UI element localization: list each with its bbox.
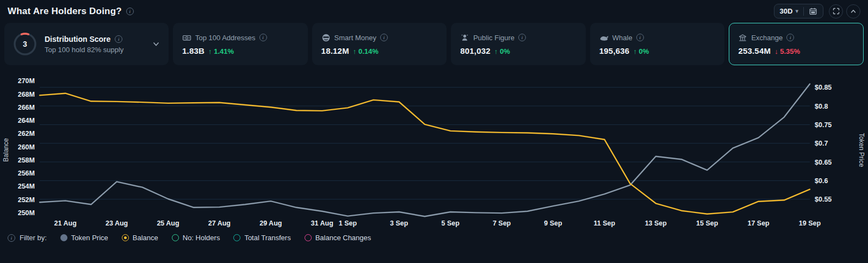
- card-value: 801,032: [460, 46, 491, 55]
- card-value: 1.83B: [182, 46, 204, 55]
- card-whale[interactable]: Whale i 195,636 ↑ 0%: [590, 23, 725, 65]
- card-label: Whale: [612, 34, 633, 42]
- svg-text:270M: 270M: [18, 77, 35, 85]
- card-distribution-score[interactable]: 3 Distribution Score i Top 100 hold 82% …: [4, 23, 169, 65]
- svg-text:264M: 264M: [18, 117, 35, 124]
- card-label: Public Figure: [473, 34, 514, 42]
- divider: [803, 7, 804, 16]
- svg-text:250M: 250M: [18, 209, 35, 217]
- caret-down-icon: ▾: [795, 8, 798, 15]
- token-price-marker: [60, 234, 67, 241]
- calendar-button[interactable]: [809, 7, 817, 16]
- svg-text:Balance: Balance: [2, 138, 10, 162]
- total-transfers-marker: [233, 234, 240, 241]
- svg-text:262M: 262M: [18, 130, 35, 137]
- svg-text:31 Aug: 31 Aug: [311, 220, 333, 227]
- card-change: ↓ 5.35%: [774, 47, 800, 55]
- collapse-button[interactable]: [846, 4, 860, 18]
- info-icon[interactable]: i: [636, 34, 644, 41]
- svg-text:$0.7: $0.7: [815, 140, 828, 147]
- svg-text:1 Sep: 1 Sep: [339, 220, 357, 227]
- svg-text:15 Sep: 15 Sep: [696, 220, 718, 227]
- no-holders-marker: [172, 234, 179, 241]
- svg-text:258M: 258M: [18, 156, 35, 164]
- svg-text:268M: 268M: [18, 91, 35, 98]
- info-icon[interactable]: i: [518, 34, 526, 41]
- svg-text:Token Price: Token Price: [858, 133, 865, 167]
- fullscreen-icon: [832, 7, 840, 15]
- public-figure-icon: [460, 33, 469, 42]
- legend-info-icon[interactable]: i: [8, 234, 15, 242]
- info-icon[interactable]: i: [115, 35, 122, 43]
- card-label: Smart Money: [334, 34, 376, 42]
- svg-text:11 Sep: 11 Sep: [594, 220, 616, 227]
- legend-prefix: Filter by:: [20, 234, 47, 242]
- svg-text:21 Aug: 21 Aug: [54, 220, 77, 227]
- fullscreen-button[interactable]: [829, 4, 843, 18]
- card-change: ↑ 0.14%: [353, 47, 379, 55]
- svg-text:29 Aug: 29 Aug: [259, 220, 282, 227]
- svg-text:9 Sep: 9 Sep: [544, 220, 562, 227]
- title-info-icon[interactable]: i: [126, 8, 134, 15]
- stat-cards-row: 3 Distribution Score i Top 100 hold 82% …: [0, 23, 868, 65]
- filter-balance-changes[interactable]: Balance Changes: [305, 234, 371, 242]
- svg-text:7 Sep: 7 Sep: [493, 220, 511, 227]
- whale-icon: [599, 33, 609, 42]
- holders-chart[interactable]: 270M268M266M264M262M260M258M256M254M252M…: [0, 68, 868, 231]
- smart-money-icon: [321, 33, 331, 42]
- card-change: ↑ 0%: [494, 47, 510, 55]
- info-icon[interactable]: i: [380, 34, 388, 41]
- chevron-up-icon: [850, 8, 857, 15]
- svg-text:260M: 260M: [18, 143, 35, 151]
- filter-no-holders[interactable]: No: Holders: [172, 234, 220, 242]
- range-label: 30D: [780, 7, 793, 15]
- svg-text:3 Sep: 3 Sep: [390, 220, 408, 227]
- svg-text:5 Sep: 5 Sep: [442, 220, 460, 227]
- card-change: ↑ 1.41%: [208, 47, 234, 55]
- score-gauge: 3: [13, 32, 38, 57]
- card-exchange[interactable]: Exchange i 253.54M ↓ 5.35%: [729, 23, 864, 65]
- range-dropdown[interactable]: 30D ▾: [780, 7, 798, 15]
- banknote-icon: [182, 33, 191, 42]
- page-title: What Are Holders Doing?: [8, 6, 122, 17]
- svg-text:27 Aug: 27 Aug: [208, 220, 231, 227]
- info-icon[interactable]: i: [786, 34, 794, 41]
- calendar-icon: [809, 7, 817, 16]
- chart-legend: i Filter by: Token Price Balance No: Hol…: [0, 231, 868, 242]
- svg-text:17 Sep: 17 Sep: [747, 220, 770, 227]
- card-public-figure[interactable]: Public Figure i 801,032 ↑ 0%: [451, 23, 586, 65]
- svg-text:$0.85: $0.85: [815, 84, 832, 91]
- distribution-score-title: Distribution Score: [45, 35, 110, 43]
- balance-changes-marker: [305, 234, 312, 241]
- card-label: Top 100 Addresses: [195, 34, 256, 42]
- filter-total-transfers[interactable]: Total Transfers: [233, 234, 290, 242]
- card-label: Exchange: [751, 34, 783, 42]
- chevron-down-icon[interactable]: [152, 40, 160, 48]
- svg-text:$0.75: $0.75: [815, 121, 832, 129]
- svg-text:25 Aug: 25 Aug: [157, 220, 179, 227]
- distribution-score-value: 3: [13, 32, 38, 57]
- widget-header: What Are Holders Doing? i 30D ▾: [0, 0, 868, 21]
- date-range-control: 30D ▾: [774, 4, 823, 18]
- svg-text:19 Sep: 19 Sep: [799, 220, 821, 227]
- svg-text:254M: 254M: [18, 183, 35, 190]
- card-smart-money[interactable]: Smart Money i 18.12M ↑ 0.14%: [312, 23, 447, 65]
- card-value: 195,636: [599, 46, 630, 55]
- svg-text:252M: 252M: [18, 196, 35, 204]
- exchange-icon: [738, 33, 747, 42]
- svg-text:$0.55: $0.55: [815, 196, 832, 203]
- svg-text:13 Sep: 13 Sep: [645, 220, 667, 227]
- card-change: ↑ 0%: [633, 47, 649, 55]
- card-value: 253.54M: [738, 46, 771, 55]
- svg-text:$0.8: $0.8: [815, 103, 828, 110]
- svg-text:266M: 266M: [18, 104, 35, 111]
- info-icon[interactable]: i: [259, 34, 267, 41]
- svg-text:23 Aug: 23 Aug: [106, 220, 128, 227]
- card-value: 18.12M: [321, 46, 349, 55]
- card-top-100-addresses[interactable]: Top 100 Addresses i 1.83B ↑ 1.41%: [173, 23, 308, 65]
- filter-balance[interactable]: Balance: [122, 234, 158, 242]
- balance-marker: [122, 234, 129, 241]
- filter-token-price[interactable]: Token Price: [60, 234, 108, 242]
- svg-text:$0.6: $0.6: [815, 177, 828, 185]
- svg-text:$0.65: $0.65: [815, 159, 832, 166]
